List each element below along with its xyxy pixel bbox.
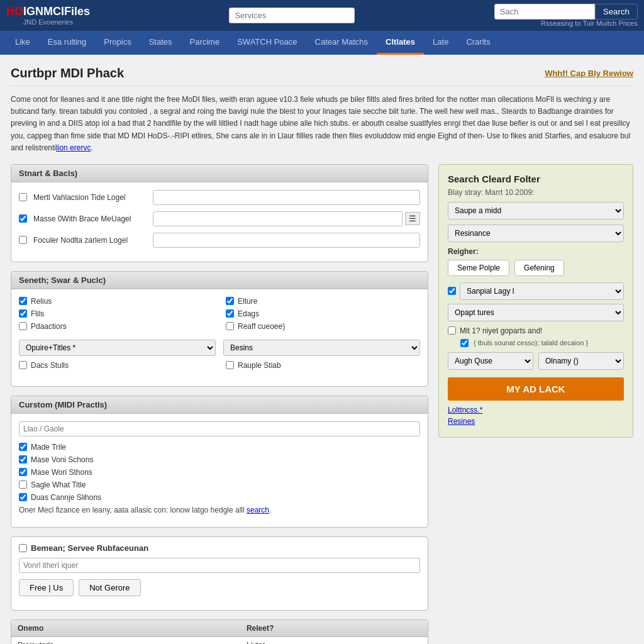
custom-check-made-input[interactable] (19, 443, 27, 451)
start-input2[interactable]: Rean- Muridestybng Filse Process] (153, 211, 402, 226)
description-text: Come onot for lleanes and it ane title n… (11, 95, 630, 152)
nav-states[interactable]: States (140, 31, 181, 55)
panel-dselect1[interactable]: Augh Quse (448, 352, 533, 370)
logo-red: HO (6, 5, 23, 18)
panel-btn1[interactable]: Seme Polple (448, 260, 509, 276)
custom-check-made-label: Made Trile (31, 443, 66, 452)
custom-check-duas-label: Duas Cannje Slihons (31, 493, 101, 502)
description-link[interactable]: lion erervc (56, 143, 91, 152)
check-elture-label: Elture (238, 297, 257, 306)
panel-select1[interactable]: Saupe a midd (448, 202, 624, 219)
custom-check-mase-voni: Mase Voni Schons (19, 455, 420, 464)
panel-btn2[interactable]: Gefening (514, 260, 564, 276)
panel-select4[interactable]: Opapt tures (448, 304, 624, 321)
check-rauple-label: Rauple Stiab (238, 361, 281, 370)
check-col-right: Elture Edags Reaff cueoee) (226, 297, 420, 335)
check-col-left: Relius Flils Pdaactiors (19, 297, 213, 335)
free-us-button[interactable]: Free | Us (19, 579, 74, 596)
not-gerore-button[interactable]: Not Gerore (79, 579, 140, 596)
panel-link2[interactable]: Resines (448, 417, 624, 426)
custom-small-link[interactable]: search (247, 506, 269, 514)
search-panel-sub: Blay stray: Marrt 10.2009: (448, 188, 624, 197)
page-title-link[interactable]: Whhf! Cap Bly Rewiow (545, 69, 633, 78)
nav-propics[interactable]: Propics (95, 31, 140, 55)
nav-like[interactable]: Like (6, 31, 39, 55)
nav-crarlts[interactable]: Crarlts (457, 31, 499, 55)
nav-cltlates[interactable]: Cltlates (377, 31, 424, 55)
panel-higher-label: Reigher: (448, 247, 624, 256)
nav-swatch[interactable]: SWATCH Poace (228, 31, 306, 55)
logo-sub: JND Evoeneries (23, 18, 73, 26)
start-input1[interactable]: Delople (153, 190, 420, 205)
start-input3[interactable]: Meoking Tille * (153, 233, 420, 248)
check-dacs-input[interactable] (19, 361, 27, 369)
check-relius-input[interactable] (19, 297, 27, 305)
panel-small-checkbox[interactable] (448, 326, 456, 335)
custom-check-duas-input[interactable] (19, 493, 27, 501)
main-nav: Like Esa rulting Propics States Parcime … (0, 31, 644, 55)
check-relius: Relius (19, 297, 213, 306)
header-right: Search Rsseasing to Tuir Muitch Prices (494, 4, 638, 27)
custom-check-made: Made Trile (19, 443, 420, 452)
nav-esa[interactable]: Esa rulting (39, 31, 95, 55)
panel-select3[interactable]: Sanpial Lagy l (460, 282, 624, 300)
panel-dselect2[interactable]: Olnamy () (538, 352, 624, 370)
start-check3[interactable] (19, 236, 27, 244)
table-row: Proiputorls Livter (11, 636, 428, 644)
panel-small-label: Mlt 1? niyet goparts and! (460, 326, 542, 335)
dropdown2[interactable]: Besins (223, 340, 420, 356)
check-elture-input[interactable] (226, 297, 234, 305)
my-ad-button[interactable]: MY AD LACK (448, 377, 624, 401)
panel-btn-row: Seme Polple Gefening (448, 260, 624, 276)
nav-late[interactable]: Late (424, 31, 457, 55)
check-elture: Elture (226, 297, 420, 306)
logo-brand: MCIFiles (43, 5, 90, 18)
check-pdaactiors-input[interactable] (19, 322, 27, 330)
start-row3: Foculer Nodlta zarlem Logel Meoking Till… (19, 233, 420, 248)
start-row2: Masse 0With Brace MeUagel Rean- Muridest… (19, 211, 420, 226)
panel-link1[interactable]: Lolttncss.* (448, 406, 624, 414)
content-layout: Stnart & Bacls) Mertl Vahlacsion Tide Lo… (11, 164, 633, 644)
custom-check-mase-wori-label: Mase Wori Sthons (31, 468, 92, 477)
main-search-input[interactable] (494, 4, 595, 19)
table-cell-col1: Proiputorls (11, 636, 240, 644)
panel-small-sub-checkbox[interactable] (460, 339, 469, 347)
logo-area: HOIGNMCIFiles JND Evoeneries (6, 5, 90, 26)
custom-check-mase-wori-input[interactable] (19, 468, 27, 476)
panel-checkbox[interactable] (448, 287, 456, 295)
right-panel: Search Cleard Folter Blay stray: Marrt 1… (438, 164, 633, 644)
dropdown1[interactable]: Opuire+Titles * (19, 340, 216, 356)
panel-select2[interactable]: Resinance (448, 225, 624, 242)
check-flils-input[interactable] (19, 309, 27, 318)
table: Onemo Releet? Proiputorls Livter (11, 620, 428, 644)
section-custom-header: Curstom (MIDI Practls) (11, 396, 428, 414)
custom-check-mase-voni-input[interactable] (19, 455, 27, 464)
section-custom: Curstom (MIDI Practls) Made Trile Mase V… (11, 396, 428, 528)
nav-parcime[interactable]: Parcime (181, 31, 229, 55)
custom-input[interactable] (19, 421, 420, 436)
start-label2: Masse 0With Brace MeUagel (33, 214, 147, 223)
check-edags-input[interactable] (226, 309, 234, 318)
custom-check-mase-wori: Mase Wori Sthons (19, 468, 420, 477)
bemean-check-row: Bemean; Servee Rubfaceunan (19, 543, 420, 553)
check-rauple-input[interactable] (226, 361, 234, 369)
start-check2[interactable] (19, 214, 27, 223)
panel-small-sub-text: { tbuls sounat cesso); talald decaion } (474, 339, 588, 347)
check-pdaactiors-label: Pdaactiors (31, 322, 67, 331)
bemean-input[interactable] (19, 558, 420, 573)
search-button[interactable]: Search (595, 4, 638, 19)
start-label3: Foculer Nodlta zarlem Logel (33, 236, 147, 245)
search-panel-title: Search Cleard Folter (448, 174, 624, 184)
services-input[interactable] (229, 8, 355, 23)
custom-small-prefix: Oner Mecl fizance en leany, aata allasic… (19, 506, 247, 514)
start-check1[interactable] (19, 193, 27, 201)
custom-check-sagle-input[interactable] (19, 480, 27, 489)
section-search-header: Seneth; Swar & Puclc) (11, 272, 428, 289)
main-container: Curtbpr MDI Phack Whhf! Cap Bly Rewiow C… (4, 55, 640, 644)
check-reaff-input[interactable] (226, 322, 234, 330)
nav-catear[interactable]: Catear Matchs (306, 31, 377, 55)
bemean-checkbox[interactable] (19, 544, 27, 552)
table-cell-col2: Livter (240, 636, 428, 644)
start-row1: Mertl Vahlacsion Tide Logel Delople (19, 190, 420, 205)
search-panel: Search Cleard Folter Blay stray: Marrt 1… (438, 164, 633, 438)
